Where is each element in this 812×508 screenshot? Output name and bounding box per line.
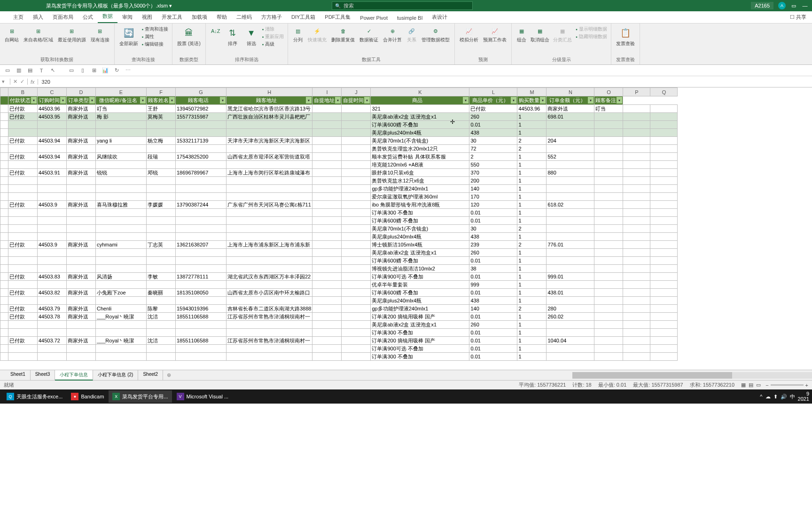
table-row[interactable]: 奥普铁克盐水12只x6盒2001	[0, 177, 678, 185]
column-header[interactable]: B	[8, 88, 38, 96]
table-row[interactable]: 已付款44503.91商家外送锐锐邓锐18696789967上海市上海市闵行区莘…	[0, 169, 678, 177]
filter-header[interactable]: 顾客电话▾	[176, 96, 226, 105]
column-header[interactable]: M	[517, 88, 547, 96]
column-header[interactable]: C	[38, 88, 67, 96]
filter-header[interactable]: 自提地址▾	[312, 96, 342, 105]
filter-dropdown-icon[interactable]: ▾	[463, 97, 468, 103]
column-header[interactable]: G	[176, 88, 226, 96]
qat-icon[interactable]: ▯	[79, 67, 86, 74]
ribbon-tab[interactable]: 开发工具	[157, 11, 187, 23]
cancel-icon[interactable]: ✕	[13, 79, 17, 85]
table-row[interactable]: 美尼康plus240mlx4瓶4381	[0, 233, 678, 241]
table-row[interactable]: 已付款44503.96商家外送叮当王舒13945072982黑龙江省哈尔滨市香坊…	[0, 105, 678, 113]
qat-icon[interactable]: ▤	[26, 67, 34, 74]
spreadsheet-grid[interactable]: BCDEFGHIJKLMNOPQ 付款状态▾订购时间▾订单类型▾微信昵称/备注名…	[0, 87, 812, 370]
ribbon-tab[interactable]: tusimple BI	[392, 13, 427, 23]
ribbon-button[interactable]: ⊞现有连接	[89, 25, 111, 44]
table-row[interactable]: 已付款44503.94商家外送yang li杨立梅15332117139天津市天…	[0, 137, 678, 145]
search-box[interactable]: 搜索	[332, 1, 473, 10]
share-button[interactable]: ☐ 共享	[784, 11, 812, 23]
sheet-tab[interactable]: Sheet1	[6, 370, 31, 381]
filter-header[interactable]: 顾客地址▾	[226, 96, 312, 105]
table-row[interactable]: gp多功能护理液240mlx11401	[0, 185, 678, 193]
table-row[interactable]: 订单满900可选 不叠加0.011	[0, 345, 678, 353]
column-header[interactable]: F	[147, 88, 176, 96]
table-row[interactable]: 已付款44503.9商家外送cyhmami丁志英13621638207上海市上海…	[0, 241, 678, 249]
invoice-button[interactable]: 📋发票查验	[614, 25, 637, 48]
qat-icon[interactable]: ↻	[113, 67, 120, 74]
table-row[interactable]: 爱尔康蓝澈双氧护理液360ml1701	[0, 193, 678, 201]
column-header[interactable]: O	[594, 88, 623, 96]
ribbon-button[interactable]: ▦取消组合	[529, 25, 551, 44]
qat-icon[interactable]: ⊞	[90, 67, 98, 74]
ribbon-tab[interactable]: 表设计	[427, 11, 452, 23]
column-header[interactable]	[0, 88, 8, 96]
filter-dropdown-icon[interactable]: ▾	[306, 97, 312, 103]
column-header[interactable]: Q	[650, 88, 678, 96]
taskbar-item[interactable]: Q天眼生活服务exce...	[3, 390, 66, 403]
taskbar-item[interactable]: ●Bandicam	[67, 390, 108, 403]
filter-dropdown-icon[interactable]: ▾	[31, 97, 37, 103]
ribbon-button[interactable]: ▥分列	[291, 25, 305, 44]
sheet-tab[interactable]: 小程下单信息 (2)	[93, 370, 138, 381]
table-row[interactable]: 订单满600赠 不叠加0.011	[0, 257, 678, 265]
filter-header[interactable]: 订单类型▾	[67, 96, 96, 105]
ribbon-button[interactable]: 📈预测工作表	[481, 25, 508, 44]
qat-icon[interactable]: ⋯	[124, 67, 132, 74]
ribbon-button[interactable]: 📈模拟分析	[458, 25, 480, 44]
ribbon-tab[interactable]: 数据	[98, 10, 117, 23]
ribbon-tab[interactable]: 页面布局	[48, 11, 78, 23]
ribbon-tab[interactable]: 公式	[78, 11, 98, 23]
filter-dropdown-icon[interactable]: ▾	[335, 97, 341, 103]
filter-header[interactable]: 购买数量▾	[517, 96, 547, 105]
ribbon-tab[interactable]: 二维码	[232, 11, 257, 23]
sheet-tab[interactable]: Sheet3	[31, 370, 55, 381]
table-row[interactable]: 已付款44503.78商家外送___Royal丶曉潔沈洁18551106588江…	[0, 313, 678, 321]
ribbon-tab[interactable]: 插入	[28, 11, 48, 23]
column-header[interactable]: K	[371, 88, 469, 96]
fx-icon[interactable]: fx	[28, 79, 38, 85]
user-avatar[interactable]: A	[778, 2, 786, 9]
table-row[interactable]: 博视顿先进油脂清洁10mlx2381	[0, 265, 678, 273]
filter-header[interactable]: 顾客姓名▾	[147, 96, 176, 105]
stocks-button[interactable]: 🏛股票 (英语)	[175, 25, 202, 48]
taskbar-item[interactable]: X菜鸟发货平台专用...	[109, 390, 172, 403]
ribbon-button[interactable]: ✓数据验证	[358, 25, 380, 44]
ribbon-button[interactable]: ⚙管理数据模型	[420, 25, 452, 44]
table-row[interactable]: 订单满300 不叠加0.011	[0, 353, 678, 361]
filter-dropdown-icon[interactable]: ▾	[511, 97, 516, 103]
formula-input[interactable]: 320	[38, 79, 812, 85]
filter-dropdown-icon[interactable]: ▾	[617, 97, 622, 103]
minimize-icon[interactable]: —	[802, 2, 808, 9]
table-row[interactable]: 已付款44503.79商家外送Chenli陈黎15943019396吉林省长春市…	[0, 305, 678, 313]
table-row[interactable]: 已付款44503.82商家外送小兔殿下zoe秦晓丽18135108050山西省太…	[0, 289, 678, 297]
table-row[interactable]: 订单满600赠 不叠加0.011	[0, 217, 678, 225]
ribbon-tab[interactable]: 帮助	[212, 11, 232, 23]
ribbon-button[interactable]: ⊕合并计算	[381, 25, 404, 44]
table-row[interactable]: 已付款44503.95商家外送梅 影莫梅英15577315987广西壮族自治区桂…	[0, 113, 678, 121]
filter-header[interactable]: 微信昵称/备注名▾	[96, 96, 147, 105]
view-layout-icon[interactable]: ▤	[749, 382, 753, 388]
table-row[interactable]: 已付款44503.72商家外送___Royal丶曉潔沈洁18551106588江…	[0, 337, 678, 345]
ribbon-button[interactable]: ▦组合	[515, 25, 529, 44]
filter-dropdown-icon[interactable]: ▾	[169, 97, 175, 103]
system-tray[interactable]: ^ ☁ ⬆ 🔊 中 9 2021	[760, 391, 809, 402]
ribbon-button[interactable]: ⊞自网站	[3, 25, 21, 44]
sheet-tab[interactable]: Sheet2	[138, 370, 163, 381]
filter-dropdown-icon[interactable]: ▾	[364, 97, 370, 103]
table-row[interactable]: 已付款44503.83商家外送风清扬李敏13872778111湖北省武汉市东西湖…	[0, 273, 678, 281]
ribbon-tab[interactable]: DIY工具箱	[287, 11, 320, 23]
table-row[interactable]: 订单满600赠 不叠加0.011	[0, 121, 678, 129]
ribbon-tab[interactable]: 方方格子	[257, 11, 287, 23]
filter-header[interactable]: 订单金额（元）▾	[547, 96, 594, 105]
ribbon-button[interactable]: ⊞来自表格/区域	[22, 25, 55, 44]
filter-dropdown-icon[interactable]: ▾	[89, 97, 95, 103]
table-row[interactable]: 美尼康plus240mlx4瓶4381	[0, 129, 678, 137]
filter-header[interactable]: 订购时间▾	[38, 96, 67, 105]
zoom-in-icon[interactable]: +	[805, 382, 808, 388]
filter-header[interactable]: 商品单价（元）▾	[469, 96, 517, 105]
ribbon-button[interactable]: ⊞最近使用的源	[56, 25, 88, 44]
sort-az-button[interactable]: A↓Z	[209, 25, 223, 37]
view-break-icon[interactable]: ▭	[756, 382, 761, 388]
sheet-tab[interactable]: 小程下单信息	[55, 370, 93, 381]
